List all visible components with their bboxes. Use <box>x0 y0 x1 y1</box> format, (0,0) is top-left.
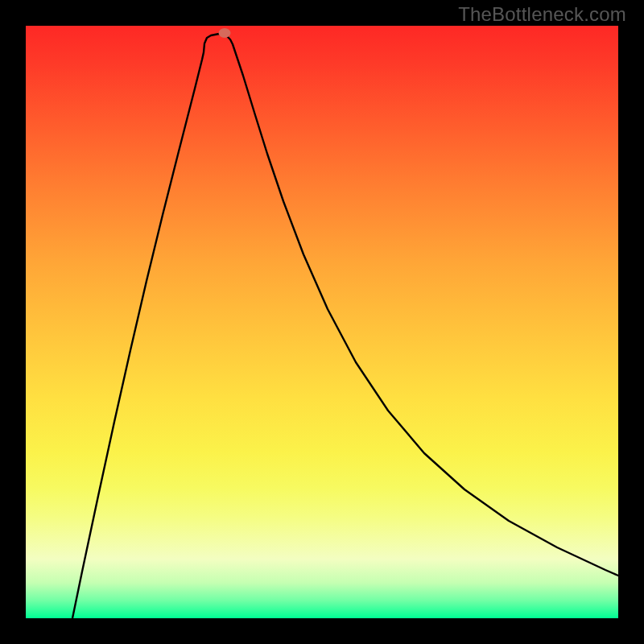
chart-container: TheBottleneck.com <box>0 0 644 644</box>
bottleneck-curve <box>72 34 618 618</box>
plot-area <box>26 26 618 618</box>
watermark-text: TheBottleneck.com <box>458 3 626 26</box>
minimum-marker <box>219 28 231 38</box>
curve-svg <box>26 26 618 618</box>
